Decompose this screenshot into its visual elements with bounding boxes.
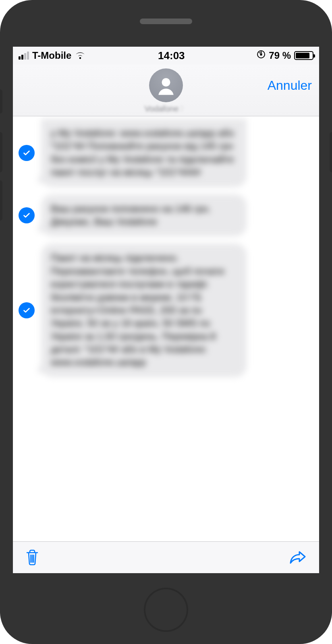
share-arrow-icon bbox=[288, 549, 308, 566]
contact-name: Vodafone bbox=[145, 104, 179, 114]
signal-icon bbox=[19, 52, 29, 60]
phone-speaker bbox=[140, 19, 192, 24]
delete-button[interactable] bbox=[22, 546, 43, 569]
contact-name-row[interactable]: Vodafone 〉 bbox=[145, 104, 188, 114]
message-row[interactable]: Ваш рахунок поповнено на 146 грн. Дякуєм… bbox=[19, 194, 313, 237]
bottom-toolbar bbox=[13, 542, 319, 573]
message-bubble[interactable]: Пакет на місяць підключено. Перезавантаж… bbox=[41, 244, 247, 377]
clock: 14:03 bbox=[158, 50, 185, 62]
cancel-button[interactable]: Annuler bbox=[268, 78, 312, 93]
svg-point-2 bbox=[162, 78, 170, 87]
selection-checkmark[interactable] bbox=[19, 207, 35, 223]
carrier-label: T-Mobile bbox=[32, 50, 71, 61]
trash-icon bbox=[24, 549, 40, 566]
message-row[interactable]: Пакет на місяць підключено. Перезавантаж… bbox=[19, 244, 313, 377]
selection-checkmark[interactable] bbox=[19, 302, 35, 318]
phone-side-button bbox=[0, 132, 2, 172]
selection-checkmark[interactable] bbox=[19, 145, 35, 161]
message-bubble[interactable]: у My Vodafone: www.vodafone.ua/app або *… bbox=[41, 119, 247, 187]
message-bubble[interactable]: Ваш рахунок поповнено на 146 грн. Дякуєм… bbox=[41, 194, 247, 237]
forward-button[interactable] bbox=[286, 547, 310, 568]
wifi-icon bbox=[75, 51, 86, 60]
svg-rect-1 bbox=[260, 54, 262, 56]
battery-icon bbox=[294, 51, 313, 60]
orientation-lock-icon bbox=[257, 50, 266, 61]
home-button[interactable] bbox=[144, 588, 188, 632]
battery-percent: 79 % bbox=[269, 50, 291, 61]
phone-frame: T-Mobile 14:03 79 % Annuler bbox=[0, 0, 332, 644]
messages-area[interactable]: у My Vodafone: www.vodafone.ua/app або *… bbox=[13, 116, 319, 542]
phone-side-button bbox=[0, 89, 2, 114]
screen: T-Mobile 14:03 79 % Annuler bbox=[13, 47, 319, 573]
chevron-right-icon: 〉 bbox=[180, 104, 187, 114]
contact-avatar[interactable] bbox=[149, 68, 183, 102]
nav-header: Annuler Vodafone 〉 bbox=[13, 64, 319, 116]
status-bar: T-Mobile 14:03 79 % bbox=[13, 47, 319, 64]
phone-side-button bbox=[330, 132, 332, 172]
message-row[interactable]: у My Vodafone: www.vodafone.ua/app або *… bbox=[19, 119, 313, 187]
phone-side-button bbox=[0, 180, 2, 221]
